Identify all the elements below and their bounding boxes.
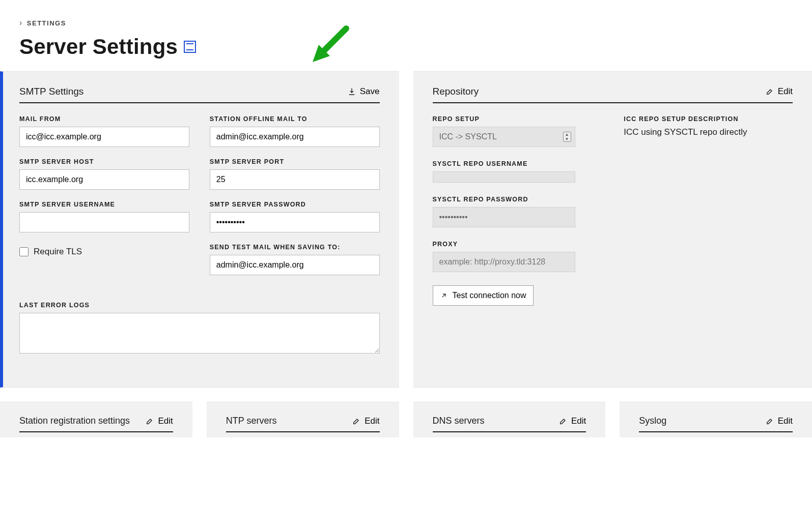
repo-setup-label: REPO SETUP <box>433 115 575 123</box>
sysctl-pass-field: •••••••••• <box>433 207 575 227</box>
station-edit-button[interactable]: Edit <box>146 416 173 426</box>
smtp-pass-label: SMTP SERVER PASSWORD <box>210 201 380 208</box>
repo-setup-select: ICC -> SYSCTL <box>433 127 575 147</box>
require-tls-checkbox[interactable] <box>19 247 29 256</box>
syslog-edit-label: Edit <box>778 416 793 426</box>
select-caret-icon: ▲▼ <box>563 132 571 142</box>
repo-panel-title: Repository <box>433 86 479 97</box>
download-icon <box>348 87 356 96</box>
smtp-user-input[interactable] <box>19 212 189 232</box>
test-connection-label: Test connection now <box>453 291 526 300</box>
syslog-title: Syslog <box>639 416 666 426</box>
dns-panel: DNS servers Edit <box>413 402 606 437</box>
page-title-text: Server Settings <box>19 35 178 59</box>
dns-title: DNS servers <box>433 416 485 426</box>
repo-edit-button[interactable]: Edit <box>766 86 793 97</box>
repo-edit-label: Edit <box>778 86 793 97</box>
proxy-label: PROXY <box>433 241 575 248</box>
form-icon <box>184 41 196 53</box>
annotation-arrow-icon <box>305 18 356 69</box>
station-registration-panel: Station registration settings Edit <box>0 402 192 437</box>
syslog-panel: Syslog Edit <box>620 402 812 437</box>
offline-mail-label: STATION OFFLINE MAIL TO <box>210 115 380 123</box>
smtp-pass-input[interactable] <box>210 212 380 232</box>
smtp-user-label: SMTP SERVER USERNAME <box>19 201 189 208</box>
repo-desc-text: ICC using SYSCTL repo directly <box>624 127 793 138</box>
smtp-host-input[interactable] <box>19 169 189 190</box>
edit-icon <box>766 417 774 425</box>
smtp-panel-title: SMTP Settings <box>19 86 83 97</box>
ntp-title: NTP servers <box>226 416 277 426</box>
sysctl-user-field <box>433 171 575 183</box>
edit-icon <box>352 417 360 425</box>
ntp-edit-button[interactable]: Edit <box>352 416 379 426</box>
repository-panel: Repository Edit REPO SETUP ICC -> SYSCTL… <box>413 71 813 388</box>
smtp-panel: SMTP Settings Save MAIL FROM STATION OFF… <box>0 71 399 388</box>
save-button-label: Save <box>360 86 380 97</box>
test-connection-button[interactable]: Test connection now <box>433 285 534 306</box>
smtp-port-input[interactable] <box>210 169 380 190</box>
svg-line-0 <box>321 28 346 54</box>
require-tls-label: Require TLS <box>34 247 82 257</box>
edit-icon <box>559 417 567 425</box>
breadcrumb[interactable]: › SETTINGS <box>19 18 793 27</box>
repo-desc-label: ICC REPO SETUP DESCRIPTION <box>624 115 793 123</box>
chevron-right-icon: › <box>19 18 23 27</box>
ntp-panel: NTP servers Edit <box>207 402 399 437</box>
dns-edit-button[interactable]: Edit <box>559 416 586 426</box>
test-mail-input[interactable] <box>210 255 380 275</box>
sysctl-user-label: SYSCTL REPO USERNAME <box>433 160 575 167</box>
syslog-edit-button[interactable]: Edit <box>766 416 793 426</box>
page-title: Server Settings <box>19 35 793 59</box>
mail-from-label: MAIL FROM <box>19 115 189 123</box>
sysctl-pass-label: SYSCTL REPO PASSWORD <box>433 196 575 203</box>
mail-from-input[interactable] <box>19 127 189 147</box>
breadcrumb-settings: SETTINGS <box>27 19 66 27</box>
proxy-input <box>433 252 575 272</box>
save-button[interactable]: Save <box>348 86 380 97</box>
error-logs-label: LAST ERROR LOGS <box>19 302 380 309</box>
error-logs-textarea[interactable] <box>19 313 380 354</box>
smtp-host-label: SMTP SERVER HOST <box>19 158 189 165</box>
dns-edit-label: Edit <box>571 416 586 426</box>
offline-mail-input[interactable] <box>210 127 380 147</box>
test-mail-label: SEND TEST MAIL WHEN SAVING TO: <box>210 244 380 251</box>
station-title: Station registration settings <box>19 416 130 426</box>
edit-icon <box>146 417 154 425</box>
ntp-edit-label: Edit <box>365 416 379 426</box>
station-edit-label: Edit <box>158 416 173 426</box>
smtp-port-label: SMTP SERVER PORT <box>210 158 380 165</box>
edit-icon <box>766 87 774 96</box>
external-arrow-icon <box>440 292 447 299</box>
